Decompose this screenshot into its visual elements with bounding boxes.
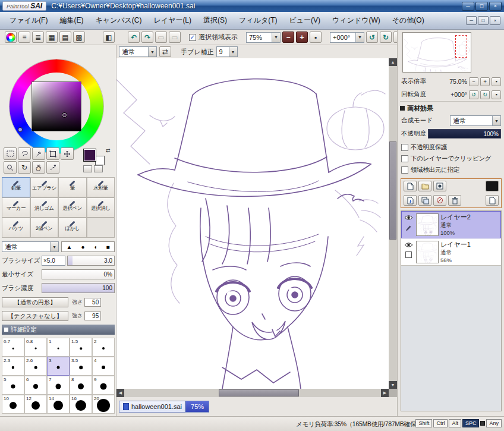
vertical-scroll-thumb[interactable] [389,141,396,240]
doc-close-button[interactable]: × [490,16,500,25]
scroll-up-icon[interactable]: ▲ [389,58,397,66]
size-preset[interactable]: 2.3 [2,357,24,376]
size-preset[interactable]: 9 [92,376,115,395]
brush-tool[interactable]: マーカー [2,197,30,218]
menu-item[interactable]: ウィンドウ(W) [326,12,386,29]
zoom-out-button[interactable]: − [282,32,294,43]
layer-opacity-slider[interactable]: 100% [428,129,501,139]
lasso-tool[interactable] [18,147,31,160]
menu-item[interactable]: フィルタ(T) [233,12,283,29]
canvas-viewport[interactable] [116,58,389,389]
horizontal-scrollbar[interactable]: ◀ ▶ [116,389,389,397]
size-preset[interactable]: 8 [70,376,92,395]
layer-row[interactable]: レイヤー2通常100% [401,211,501,238]
menu-item[interactable]: ビュー(V) [284,12,327,29]
menu-item[interactable]: ファイル(F) [4,12,53,29]
rotate-cw-button[interactable]: ↻ [380,32,392,43]
size-preset[interactable]: 2 [92,338,115,357]
brush-tool[interactable]: 水彩筆 [87,177,115,197]
copy-layer-button[interactable] [486,195,499,206]
close-button[interactable]: × [489,2,502,11]
tip-flat-icon[interactable]: ■ [106,244,109,250]
eyedropper-tool[interactable] [46,161,59,174]
show-mask-button[interactable] [433,181,446,191]
checkbox[interactable] [401,144,408,151]
size-preset[interactable]: 3 [47,357,70,376]
navigator-thumbnail[interactable] [402,32,471,73]
nav-rotate-cw-button[interactable]: ↻ [480,90,490,99]
rect-select-tool[interactable] [4,147,17,160]
delete-layer-button[interactable] [448,195,461,206]
title-bar[interactable]: PaintTool SAI C:¥Users¥Owner¥Desktop¥hal… [0,0,504,12]
chevron-down-icon[interactable]: ▼ [492,116,500,125]
doc-minimize-button[interactable]: ─ [466,16,477,25]
saturation-value-square[interactable] [32,81,81,131]
rotate-ccw-button[interactable]: ↺ [366,32,378,43]
clear-layer-button[interactable] [433,195,446,206]
size-multiplier-select[interactable]: ×5.0 [42,256,65,266]
show-selection-checkbox[interactable]: ✓ [189,34,196,41]
color-wheel-panel-button[interactable] [5,32,17,43]
checkbox-row[interactable]: 不透明度保護 [401,141,502,153]
size-preset[interactable]: 3.5 [70,357,92,376]
menu-item[interactable]: 編集(E) [53,12,89,29]
palette-panel-button[interactable]: ▤ [59,32,71,43]
nav-rotate-ccw-button[interactable]: ↺ [469,90,478,99]
scroll-down-icon[interactable]: ▼ [389,381,397,389]
doc-restore-button[interactable]: □ [478,16,489,25]
color-mode-button-1[interactable] [83,165,92,172]
brush-tool[interactable]: 消しゴム [30,197,59,218]
vertical-scrollbar[interactable]: ▲ ▼ [389,58,397,389]
nav-angle-reset-button[interactable]: ▪ [492,90,501,99]
size-preset[interactable]: 5 [2,376,24,395]
size-preset[interactable]: 12 [24,395,47,414]
swap-mode-button[interactable]: ⇄ [159,46,171,57]
tip-dome-icon[interactable]: ◖ [93,244,97,250]
scroll-left-icon[interactable]: ◀ [116,389,124,397]
stabilizer-select[interactable]: 9 ▼ [216,46,238,57]
size-preset[interactable]: 10 [2,395,24,414]
nav-zoom-out-button[interactable]: − [469,77,478,86]
chevron-down-icon[interactable]: ▼ [148,47,156,56]
rgb-slider-panel-button[interactable]: ≡ [18,32,30,43]
chevron-down-icon[interactable]: ▼ [229,47,237,56]
brush-size-slider[interactable]: 3.0 [67,256,115,266]
size-preset[interactable]: 2.6 [24,357,47,376]
background-color-swatch[interactable] [95,156,105,165]
color-mode-button-2[interactable] [94,165,103,172]
menu-item[interactable]: キャンバス(C) [89,12,147,29]
brush-tool[interactable]: 選択消し [87,197,115,218]
hand-tool[interactable] [32,161,45,174]
new-layer-button[interactable] [404,181,417,191]
minimize-button[interactable]: ─ [462,2,474,11]
brush-tool[interactable]: ぼかし [58,218,87,238]
brush-blend-select[interactable]: 通常 ▼ [2,241,59,252]
zoom-reset-button[interactable]: ▪ [310,32,322,43]
checkbox[interactable] [401,155,408,162]
scroll-right-icon[interactable]: ▶ [381,389,389,397]
transform-tool[interactable] [46,147,59,160]
layer-thumbnail[interactable] [416,213,439,236]
nav-zoom-in-button[interactable]: ＋ [480,77,490,86]
brush-shape-button[interactable]: 【通常の円形】 [2,297,68,307]
deselect-button[interactable]: ▭ [155,32,167,43]
move-tool[interactable] [61,147,74,160]
layer-row[interactable]: レイヤー1通常56% [401,238,501,266]
canvas-background-button[interactable] [486,181,499,191]
menu-item[interactable]: 選択(S) [197,12,233,29]
size-preset[interactable]: 16 [70,395,92,414]
angle-select[interactable]: +000° ▼ [330,32,364,43]
horizontal-scroll-thumb[interactable] [219,389,299,397]
hsv-slider-panel-button[interactable]: ≣ [32,32,44,43]
redo-button[interactable]: ↷ [141,32,153,43]
size-preset[interactable]: 0.8 [24,338,47,357]
transfer-down-button[interactable] [404,195,417,206]
size-preset[interactable]: 14 [47,395,70,414]
magic-wand-tool[interactable] [32,147,45,160]
invert-selection-button[interactable]: ▭ [169,32,181,43]
foreground-color-swatch[interactable] [83,149,96,162]
shape-strength-value[interactable]: 50 [84,298,101,307]
brush-tool[interactable]: 選択ペン [58,197,87,218]
chevron-down-icon[interactable]: ▼ [355,33,364,42]
merge-down-button[interactable] [418,195,431,206]
